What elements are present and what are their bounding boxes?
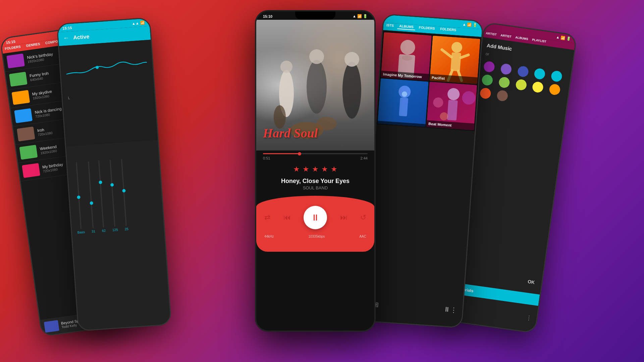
eq-bar-62[interactable]: 62: [97, 161, 106, 233]
album-card-pacifist[interactable]: Pacifist: [429, 36, 480, 84]
signal-5: ▲ 📶 🔋: [556, 35, 571, 41]
svg-point-13: [451, 42, 462, 53]
tab-ists[interactable]: ISTS: [384, 22, 395, 29]
color-orange[interactable]: [549, 83, 561, 96]
svg-point-9: [274, 105, 286, 129]
progress-bar[interactable]: [263, 153, 368, 154]
eq-title: Active: [73, 34, 90, 41]
ok-button[interactable]: OK: [527, 279, 535, 285]
svg-point-24: [433, 97, 443, 108]
color-violet[interactable]: [500, 63, 512, 75]
song-info: Honey, Close Your Eyes SOUL BAND: [256, 176, 374, 192]
progress-dot: [298, 152, 301, 156]
svg-rect-20: [399, 98, 408, 117]
time-total: 2:44: [361, 156, 368, 160]
time-row: 0:51 2:44: [263, 156, 368, 160]
file-info: Nick is dancing 720x1080: [35, 106, 62, 118]
color-green[interactable]: [481, 74, 493, 86]
album-art: Hard Soul: [256, 20, 374, 150]
star-4[interactable]: ★: [321, 165, 328, 174]
eq-bar-25[interactable]: 25: [120, 159, 128, 231]
bottom-thumb: [44, 320, 59, 333]
meta-bitrate: 10335kbps: [308, 235, 325, 238]
svg-point-8: [317, 117, 337, 130]
tab-albums[interactable]: ALBUMS: [397, 23, 416, 31]
svg-point-6: [344, 52, 359, 67]
svg-rect-14: [450, 52, 461, 71]
album-band-name: Hard Soul: [263, 126, 318, 140]
svg-point-10: [400, 40, 416, 55]
time-2: 15:15: [62, 26, 72, 31]
player-controls: ⇄ ⏮ ⏸ ⏭ ↺ 44kHz 10335kbps AAC: [256, 196, 374, 252]
color-indigo[interactable]: [517, 65, 529, 77]
color-brown[interactable]: [496, 89, 508, 102]
shuffle-button[interactable]: ⇄: [264, 213, 270, 222]
time-current: 0:51: [263, 156, 270, 160]
svg-point-26: [439, 112, 448, 121]
file-thumb: [22, 163, 40, 178]
svg-point-25: [462, 91, 476, 105]
phone-notch: [295, 11, 335, 19]
eq-l-label: L: [68, 96, 70, 100]
file-info: Nick's birthday 644x362: [27, 52, 54, 64]
phone-player: 15:10 ▲ 📶 🔋 Hard Soul: [255, 10, 376, 332]
svg-point-4: [280, 61, 292, 73]
pause-button[interactable]: ⏸: [304, 206, 327, 229]
color-light-green[interactable]: [498, 76, 510, 88]
file-thumb: [19, 145, 38, 160]
star-5[interactable]: ★: [331, 165, 337, 174]
svg-rect-23: [447, 100, 458, 121]
color-cyan[interactable]: [534, 68, 546, 80]
color-lime[interactable]: [515, 79, 527, 91]
file-info: My birthday 720x1080: [42, 162, 64, 173]
star-3[interactable]: ★: [312, 165, 319, 174]
file-info: Funny Iroh 640x640: [29, 71, 49, 82]
meta-row: 44kHz 10335kbps AAC: [264, 235, 366, 238]
file-thumb: [17, 126, 35, 141]
next-button[interactable]: ⏭: [340, 213, 347, 222]
more-options-button[interactable]: ⋮: [525, 314, 532, 322]
bottom-controls-4: ≡ ⊞ ⏸ ⋮: [364, 297, 463, 317]
waveform-area: L: [59, 40, 158, 146]
phone-albums: ▲ 📶 🔋 ISTS ALBUMS FOLDERS FOLDERS Imagin…: [362, 14, 483, 328]
star-2[interactable]: ★: [303, 165, 309, 174]
file-thumb: [9, 72, 28, 87]
pause-small-button[interactable]: ⏸: [443, 305, 451, 313]
time-1: 15:15: [6, 39, 16, 45]
star-1[interactable]: ★: [293, 165, 300, 174]
svg-point-1: [307, 60, 327, 114]
tab-folders-a[interactable]: FOLDERS: [417, 25, 437, 32]
signal-4: ▲ 📶 🔋: [462, 22, 478, 27]
repeat-button[interactable]: ↺: [360, 213, 366, 222]
file-thumb: [12, 90, 30, 105]
song-artist: SOUL BAND: [256, 185, 374, 190]
album-card-imagine[interactable]: Imagine My Tomorrow: [381, 32, 432, 81]
album-card-beat[interactable]: Beat Moment: [426, 82, 477, 130]
svg-point-22: [447, 88, 460, 101]
color-purple[interactable]: [483, 61, 495, 73]
meta-format: 44kHz: [264, 235, 274, 238]
color-amber[interactable]: [532, 81, 544, 93]
status-icons-3: ▲ 📶 🔋: [353, 14, 368, 18]
eq-bar-bass[interactable]: Bass: [72, 162, 85, 234]
svg-line-16: [461, 54, 468, 58]
color-red[interactable]: [479, 87, 491, 99]
album-card-partial[interactable]: [378, 78, 429, 127]
back-button[interactable]: ←: [63, 34, 69, 42]
prev-button[interactable]: ⏮: [283, 213, 291, 222]
rating-stars[interactable]: ★ ★ ★ ★ ★: [256, 162, 374, 176]
svg-point-2: [309, 49, 324, 64]
song-title: Honey, Close Your Eyes: [256, 178, 374, 185]
file-info: Weekend 644x362: [40, 144, 57, 155]
file-info: My skydive 644x362: [32, 89, 53, 100]
tab-folders-b[interactable]: FOLDERS: [438, 26, 458, 33]
eq-bar-31[interactable]: 31: [87, 161, 95, 233]
eq-bar-125[interactable]: 125: [107, 160, 118, 232]
file-info: Iroh 720x1080: [37, 126, 53, 136]
color-teal[interactable]: [551, 70, 563, 82]
file-thumb: [14, 108, 33, 123]
album-art-blue: [378, 78, 429, 127]
file-thumb: [6, 54, 25, 69]
more-button[interactable]: ⋮: [450, 306, 458, 314]
time-3: 15:10: [263, 14, 272, 18]
